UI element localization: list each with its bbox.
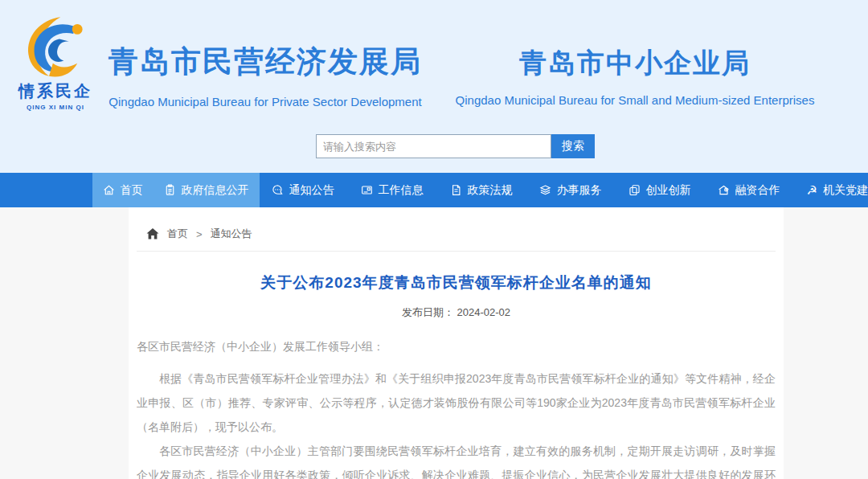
nav-item-work-info[interactable]: 工作信息 [361, 183, 424, 198]
layers-icon [539, 184, 551, 196]
clipboard-icon [164, 184, 176, 196]
nav-label: 工作信息 [379, 183, 424, 198]
logo-emblem-icon [20, 14, 91, 79]
nav-label: 创业创新 [646, 183, 691, 198]
search-bar: 搜索 [316, 134, 595, 158]
site-header: 情系民企 QING XI MIN QI 青岛市民营经济发展局 Qingdao M… [0, 0, 868, 173]
nav-item-party-building[interactable]: ☭ 机关党建 [807, 183, 868, 198]
party-icon: ☭ [807, 184, 817, 196]
logo-text-cn: 情系民企 [8, 80, 103, 102]
nav-item-gov-info[interactable]: 政府信息公开 [164, 183, 249, 198]
breadcrumb-separator: > [196, 228, 203, 240]
bank-icon [718, 184, 730, 196]
home-icon [103, 184, 115, 196]
main-nav: 首页 政府信息公开 通知公告 工作信息 政策法规 [0, 173, 868, 207]
nav-label: 首页 [121, 183, 143, 198]
article-date-value: 2024-02-02 [457, 306, 511, 318]
nav-label: 办事服务 [557, 183, 602, 198]
nav-item-home[interactable]: 首页 [103, 183, 143, 198]
article-date-label: 发布日期： [402, 306, 454, 318]
nav-item-financing[interactable]: 融资合作 [718, 183, 780, 198]
nav-rest-segment: 通知公告 工作信息 政策法规 办事服务 创业创新 [272, 173, 868, 207]
nav-spacer [0, 173, 92, 207]
nav-label: 政府信息公开 [182, 183, 249, 198]
org-right-title: 青岛市中小企业局 [438, 45, 832, 82]
search-input[interactable] [316, 134, 551, 158]
org-right-subtitle: Qingdao Municipal Bureau for Small and M… [438, 93, 832, 107]
org-right: 青岛市中小企业局 Qingdao Municipal Bureau for Sm… [438, 45, 832, 107]
article-paragraph-1: 根据《青岛市民营领军标杆企业管理办法》和《关于组织申报2023年度青岛市民营领军… [137, 366, 776, 439]
nav-label: 融资合作 [735, 183, 780, 198]
breadcrumb-home[interactable]: 首页 [167, 227, 188, 241]
article-title: 关于公布2023年度青岛市民营领军标杆企业名单的通知 [137, 272, 776, 293]
document-icon [450, 184, 462, 196]
breadcrumb-current[interactable]: 通知公告 [211, 227, 252, 241]
nav-label: 政策法规 [468, 183, 513, 198]
search-button[interactable]: 搜索 [551, 134, 595, 158]
article-body: 各区市民营经济（中小企业）发展工作领导小组： 根据《青岛市民营领军标杆企业管理办… [137, 334, 776, 479]
nav-item-policies[interactable]: 政策法规 [450, 183, 513, 198]
nav-label: 通知公告 [289, 183, 334, 198]
main-area: 首页 > 通知公告 关于公布2023年度青岛市民营领军标杆企业名单的通知 发布日… [0, 207, 868, 479]
breadcrumb: 首页 > 通知公告 [137, 207, 776, 252]
article-paragraph-2: 各区市民营经济（中小企业）主管部门要围绕民营领军标杆企业培育，建立有效的服务机制… [137, 439, 776, 479]
copy-icon [628, 184, 641, 196]
article-date-row: 发布日期： 2024-02-02 [137, 305, 776, 320]
breadcrumb-home-icon [146, 228, 159, 240]
content-card: 首页 > 通知公告 关于公布2023年度青岛市民营领军标杆企业名单的通知 发布日… [129, 207, 784, 479]
nav-item-services[interactable]: 办事服务 [539, 183, 602, 198]
nav-item-notices[interactable]: 通知公告 [272, 183, 334, 198]
monitor-icon [361, 184, 373, 196]
org-left-subtitle: Qingdao Municipal Bureau for Private Sec… [104, 95, 426, 108]
chat-bubble-icon [272, 184, 284, 196]
nav-item-innovation[interactable]: 创业创新 [628, 183, 691, 198]
nav-highlight-segment: 首页 政府信息公开 [92, 173, 260, 207]
logo-text-en: QING XI MIN QI [8, 104, 103, 111]
nav-label: 机关党建 [823, 183, 868, 198]
site-logo: 情系民企 QING XI MIN QI [8, 14, 103, 111]
article-salutation: 各区市民营经济（中小企业）发展工作领导小组： [137, 334, 776, 358]
org-left: 青岛市民营经济发展局 Qingdao Municipal Bureau for … [104, 42, 426, 108]
org-left-title: 青岛市民营经济发展局 [104, 42, 426, 82]
